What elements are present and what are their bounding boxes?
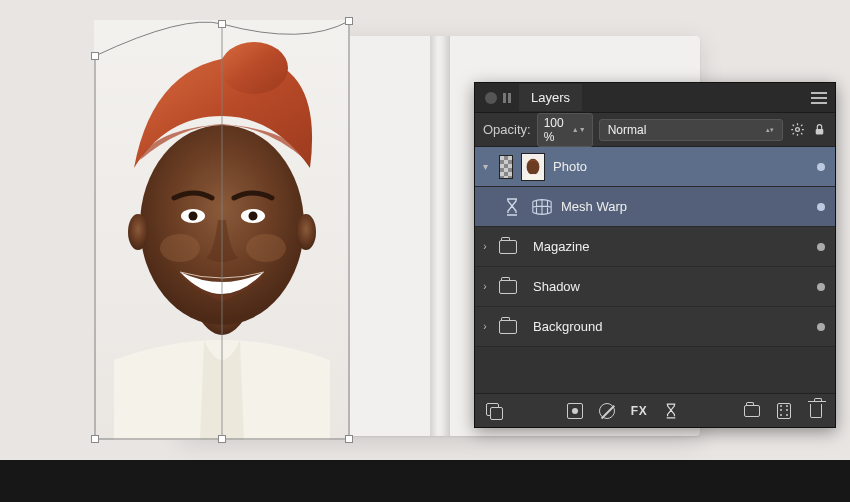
svg-point-12 [795,128,799,132]
new-group-icon[interactable] [743,402,761,420]
live-filter-icon[interactable] [662,402,680,420]
layers-stack-icon[interactable] [485,402,503,420]
dropdown-stepper-icon: ▴▾ [766,127,774,132]
photo-layer[interactable] [94,20,350,440]
options-icon[interactable] [775,402,793,420]
svg-point-8 [296,214,316,250]
fx-icon[interactable]: FX [630,402,648,420]
opacity-label: Opacity: [483,122,531,137]
svg-point-7 [128,214,148,250]
svg-point-15 [527,158,540,175]
layer-name-label[interactable]: Background [533,319,809,334]
folder-icon [499,320,517,334]
layer-row-background[interactable]: › Background [475,307,835,347]
folder-icon [499,240,517,254]
expand-toggle[interactable]: ▾ [479,161,491,172]
expand-toggle[interactable]: › [479,241,491,252]
visibility-toggle[interactable] [817,243,825,251]
alpha-checker-icon [499,155,513,179]
blend-opacity-row: Opacity: 100 % ▲▼ Normal ▴▾ [475,113,835,147]
mask-icon[interactable] [566,402,584,420]
dock-icon[interactable] [503,93,511,103]
mesh-warp-icon [531,197,553,217]
layers-list: ▾ Photo [475,147,835,427]
layer-name-label[interactable]: Photo [553,159,809,174]
expand-toggle[interactable]: › [479,281,491,292]
blend-mode-select[interactable]: Normal ▴▾ [599,119,783,141]
panel-header: Layers [475,83,835,113]
svg-point-6 [249,212,258,221]
visibility-toggle[interactable] [817,283,825,291]
lock-icon[interactable] [811,122,827,138]
layer-name-label[interactable]: Mesh Warp [561,199,809,214]
panel-footer: FX [475,393,835,427]
blend-mode-value: Normal [608,123,647,137]
svg-rect-13 [815,129,823,134]
opacity-value: 100 % [544,116,569,144]
svg-point-5 [189,212,198,221]
visibility-toggle[interactable] [817,163,825,171]
layer-thumbnail[interactable] [521,153,545,181]
svg-point-9 [160,234,200,262]
panel-menu-icon[interactable] [809,90,829,106]
live-filter-icon [501,198,523,216]
layer-row-shadow[interactable]: › Shadow [475,267,835,307]
tab-layers[interactable]: Layers [519,84,582,111]
layers-panel: Layers Opacity: 100 % ▲▼ Normal ▴▾ ▾ [474,82,836,428]
visibility-toggle[interactable] [817,203,825,211]
folder-icon [499,280,517,294]
layer-row-photo[interactable]: ▾ Photo [475,147,835,187]
layer-name-label[interactable]: Magazine [533,239,809,254]
opacity-input[interactable]: 100 % ▲▼ [537,113,593,147]
layer-name-label[interactable]: Shadow [533,279,809,294]
gear-icon[interactable] [789,122,805,138]
expand-toggle[interactable]: › [479,321,491,332]
svg-point-10 [246,234,286,262]
delete-icon[interactable] [807,402,825,420]
close-dot[interactable] [485,92,497,104]
photo-content [94,20,350,440]
svg-point-2 [220,42,288,94]
adjustment-icon[interactable] [598,402,616,420]
visibility-toggle[interactable] [817,323,825,331]
layer-row-magazine[interactable]: › Magazine [475,227,835,267]
layer-row-meshwarp[interactable]: Mesh Warp [475,187,835,227]
stepper-icon[interactable]: ▲▼ [572,127,586,132]
